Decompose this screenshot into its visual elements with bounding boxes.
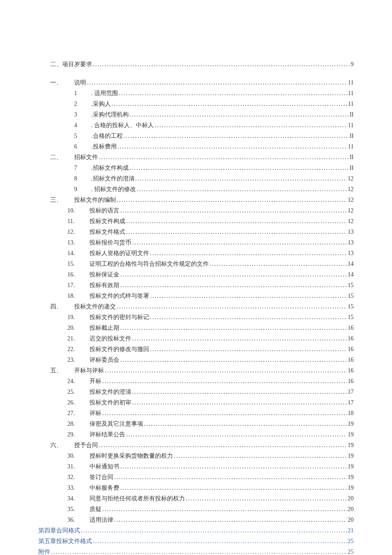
toc-page: 11 xyxy=(348,78,354,87)
toc-entry: 12.投标文件格式13 xyxy=(38,227,354,236)
toc-text: 投标保证金 xyxy=(89,271,119,278)
toc-dots xyxy=(150,249,347,258)
toc-dots xyxy=(150,345,347,354)
toc-prefix: 14. xyxy=(67,249,89,258)
toc-text: 开标 xyxy=(89,378,101,384)
toc-text: 投标文件的编制 xyxy=(74,197,116,203)
toc-page: 17 xyxy=(348,387,354,396)
toc-entry: 2.采购人11 xyxy=(38,99,354,108)
toc-entry: 一、说明11 xyxy=(38,78,354,87)
toc-page: 13 xyxy=(348,227,354,236)
toc-page: 19 xyxy=(348,451,354,460)
toc-prefix: 9 xyxy=(74,185,91,194)
toc-dots xyxy=(117,195,347,204)
toc-page: 11 xyxy=(348,89,354,98)
toc-title: 8.招标文件的澄清 xyxy=(74,174,135,183)
toc-dots xyxy=(112,99,347,108)
toc-title: 2.采购人 xyxy=(74,99,111,108)
toc-entry: 19.投标文件的密封与标记15 xyxy=(38,313,354,322)
toc-entry: 9. 招标文件的修改12 xyxy=(38,185,354,194)
toc-title[interactable]: 第五章投标文件格式 xyxy=(38,537,92,546)
toc-title: 10.投标的语言 xyxy=(67,206,119,215)
toc-prefix: 11. xyxy=(67,217,89,226)
toc-text: 同意与拒绝任何或者所有投标的权力 xyxy=(89,495,185,502)
toc-dots xyxy=(132,334,347,343)
toc-entry: 27.评标18 xyxy=(38,409,354,418)
toc-page: 16 xyxy=(348,323,354,332)
toc-entry: 三、投标文件的编制12 xyxy=(38,195,354,204)
toc-page: 12 xyxy=(348,217,354,226)
toc-entry[interactable]: 附件25 xyxy=(38,547,354,555)
toc-title: 六、授予合同 xyxy=(50,441,98,450)
toc-page: 9 xyxy=(351,60,354,69)
toc-entry: 23.评标委员会16 xyxy=(38,355,354,364)
toc-title[interactable]: 附件 xyxy=(38,547,50,555)
toc-dots xyxy=(130,110,349,119)
toc-dots xyxy=(105,366,347,375)
toc-prefix: 18. xyxy=(67,291,89,300)
toc-entry: 36.适用法律20 xyxy=(38,515,354,524)
toc-dots xyxy=(120,462,347,471)
toc-text: 投标截止期 xyxy=(89,325,119,331)
toc-dots xyxy=(132,398,347,407)
toc-page: 12 xyxy=(348,185,354,194)
toc-page: 11 xyxy=(348,142,354,151)
toc-text: .投标费用 xyxy=(91,143,117,150)
toc-title: 14.投标人资格的证明文件 xyxy=(67,249,149,258)
toc-title: 35.质疑 xyxy=(67,505,101,514)
toc-text: .采购代理机构 xyxy=(91,111,129,118)
toc-entry: 1. 适用范围11 xyxy=(38,89,354,98)
toc-text: 中标服务费 xyxy=(89,485,119,491)
toc-entry: 26.投标文件的初审17 xyxy=(38,398,354,407)
toc-text: . 招标文件的修改 xyxy=(91,186,136,192)
toc-title: 34.同意与拒绝任何或者所有投标的权力 xyxy=(67,494,185,503)
toc-page: 14 xyxy=(348,259,354,268)
toc-dots xyxy=(120,206,347,215)
toc-entry: 24.开标16 xyxy=(38,377,354,386)
toc-prefix: 1 xyxy=(74,89,91,98)
toc-page: 17 xyxy=(348,398,354,407)
toc-text: 投标文件格式 xyxy=(89,229,125,235)
toc-text: 投标有效期 xyxy=(89,282,119,288)
table-of-contents: 二、项目岁要求9一、说明111. 适用范围112.采购人113.采购代理机构II… xyxy=(38,60,354,555)
toc-prefix: 20. xyxy=(67,323,89,332)
toc-text: 招标文件 xyxy=(74,154,98,160)
toc-entry[interactable]: 第五章投标文件格式25 xyxy=(38,537,354,546)
toc-text: 签订合同 xyxy=(89,474,113,480)
toc-entry: 18.投标文件的式样与签署15 xyxy=(38,291,354,300)
toc-title: 29.评标结果公告 xyxy=(67,430,125,439)
toc-dots xyxy=(150,291,347,300)
toc-page: 16 xyxy=(348,334,354,343)
toc-title: 28.保密及其它注意事项 xyxy=(67,419,143,428)
toc-entry: 15.证明工程的合格性与符合招标文件规定的文件14 xyxy=(38,259,354,268)
toc-dots xyxy=(117,302,347,311)
toc-page: 16 xyxy=(348,345,354,354)
toc-dots xyxy=(120,355,347,364)
toc-text: 投标人资格的证明文件 xyxy=(89,250,149,256)
toc-page: 19 xyxy=(348,462,354,471)
toc-title: 4. 合格的投标人、中标人 xyxy=(74,121,154,130)
toc-title: 11.投标文件构成 xyxy=(67,217,125,226)
toc-prefix: 24. xyxy=(67,377,89,386)
toc-entry: 五、开标与评标16 xyxy=(38,366,354,375)
toc-text: 说明 xyxy=(74,79,86,86)
toc-dots xyxy=(118,142,347,151)
toc-prefix: 16. xyxy=(67,270,89,279)
toc-entry[interactable]: 第四章合同格式21 xyxy=(38,526,354,535)
toc-entry: 22.投标文件的修改与撤回16 xyxy=(38,345,354,354)
toc-entry: 28.保密及其它注意事项19 xyxy=(38,419,354,428)
toc-text: 证明工程的合格性与符合招标文件规定的文件 xyxy=(89,261,209,267)
toc-title: 17.投标有效期 xyxy=(67,281,119,290)
toc-title: 30.授标时更换采购货物数量的权力 xyxy=(67,451,173,460)
toc-title: 16.投标保证金 xyxy=(67,270,119,279)
toc-page: 11 xyxy=(348,99,354,108)
toc-text: 投标文件的修改与撤回 xyxy=(89,346,149,352)
toc-dots xyxy=(174,451,347,460)
toc-title: 23.评标委员会 xyxy=(67,355,119,364)
toc-page: 20 xyxy=(348,515,354,524)
toc-entry: 16.投标保证金14 xyxy=(38,270,354,279)
toc-prefix: 30. xyxy=(67,451,89,460)
toc-title: 27.评标 xyxy=(67,409,101,418)
toc-text: 投标文件的初审 xyxy=(89,399,131,406)
toc-title[interactable]: 第四章合同格式 xyxy=(38,526,80,535)
